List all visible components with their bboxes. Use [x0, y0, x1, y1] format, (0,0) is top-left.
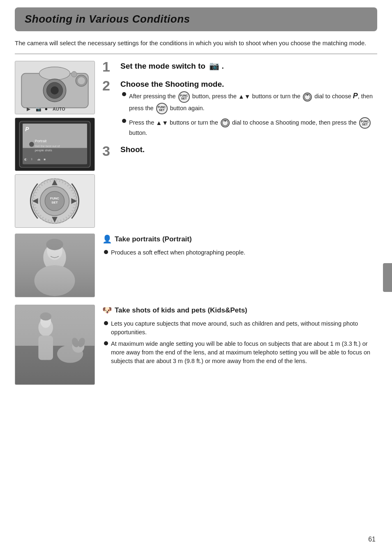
func-btn-inline-2: FUNCSET [156, 103, 168, 114]
step-1-block: 1 Set the mode switch to 📷 . [102, 61, 377, 74]
svg-text:●: ● [44, 106, 48, 112]
kids-pets-section: 🐶 Take shots of kids and pets (Kids&Pets… [15, 305, 377, 385]
kids-pets-title: 🐶 Take shots of kids and pets (Kids&Pets… [102, 305, 377, 316]
svg-point-6 [78, 77, 85, 85]
portrait-bullet-1: Produces a soft effect when photographin… [104, 248, 377, 257]
step-1-number: 1 [102, 59, 118, 74]
kids-pets-image [15, 305, 95, 385]
bullet-dot [104, 250, 108, 254]
step-1-content: Set the mode switch to 📷 . [120, 61, 377, 73]
step-2-number: 2 [102, 78, 118, 93]
camera-image-step1: ▶ 📷 ● AUTO [15, 61, 95, 114]
step-3-block: 3 Shoot. [102, 145, 377, 159]
portrait-section: 👤 Take portraits (Portrait) Produces a s… [15, 234, 377, 297]
camera-image-step3: FUNC SET [15, 174, 95, 228]
svg-text:⚕: ⚕ [31, 158, 32, 162]
svg-text:people shots: people shots [35, 148, 52, 152]
kids-pets-bullet-1-text: Lets you capture subjects that move arou… [111, 319, 377, 337]
right-tab [383, 263, 392, 292]
portrait-content: 👤 Take portraits (Portrait) Produces a s… [102, 234, 377, 260]
portrait-bullet-1-text: Produces a soft effect when photographin… [111, 248, 245, 257]
svg-point-7 [71, 72, 77, 77]
bullet-dot-2 [104, 341, 108, 345]
kids-pets-bullet-1: Lets you capture subjects that move arou… [104, 319, 377, 337]
dial-icon-inline-2 [221, 118, 230, 127]
portrait-title-text: Take portraits (Portrait) [115, 234, 192, 245]
step-2-bullet-2-text: Press the ▲▼ buttons or turn the dial to… [129, 117, 377, 137]
svg-point-38 [224, 120, 226, 122]
portrait-icon: 👤 [102, 234, 112, 245]
svg-text:📷: 📷 [36, 106, 42, 112]
page-number: 61 [368, 534, 376, 544]
svg-text:SET: SET [51, 201, 58, 204]
step-1-title: Set the mode switch to 📷 . [120, 61, 377, 71]
images-column: ▶ 📷 ● AUTO P [15, 61, 95, 228]
svg-text:AUTO: AUTO [53, 106, 65, 111]
kids-pets-bullet-2: At maximum wide angle setting you will b… [104, 340, 377, 366]
svg-text:⛰: ⛰ [37, 158, 41, 162]
period: . [221, 62, 224, 70]
svg-text:Portrait: Portrait [35, 139, 47, 143]
func-btn-inline-3: FUNCSET [359, 117, 371, 129]
svg-point-36 [307, 94, 308, 96]
kids-pets-bullets: Lets you capture subjects that move arou… [104, 319, 377, 366]
divider [15, 53, 377, 54]
svg-point-17 [29, 142, 34, 147]
bullet-dot [122, 92, 126, 96]
kids-pets-title-text: Take shots of kids and pets (Kids&Pets) [115, 305, 247, 316]
arrows-updown-2: ▲▼ [156, 119, 168, 126]
svg-text:◐: ◐ [24, 158, 27, 162]
svg-text:Get the best out of: Get the best out of [35, 144, 60, 148]
svg-rect-56 [15, 305, 95, 384]
step-2-bullet-1-text: After pressing the FUNCSET button, press… [129, 90, 377, 114]
arrows-updown: ▲▼ [238, 93, 251, 100]
svg-point-1 [39, 67, 70, 80]
step-2-bullet-2: Press the ▲▼ buttons or turn the dial to… [122, 117, 377, 137]
portrait-image [15, 234, 95, 297]
kids-pets-icon: 🐶 [102, 305, 112, 316]
page: Shooting in Various Conditions The camer… [0, 0, 392, 553]
portrait-bullets: Produces a soft effect when photographin… [104, 248, 377, 257]
p-mode-letter: P [353, 92, 358, 100]
steps-column: 1 Set the mode switch to 📷 . 2 Choose th… [102, 61, 377, 164]
dial-icon-inline [303, 93, 312, 102]
step-3-content: Shoot. [120, 145, 377, 156]
svg-rect-15 [23, 148, 87, 164]
step-3-title: Shoot. [120, 145, 377, 155]
camera-icon: 📷 [209, 61, 219, 70]
kids-pets-bullet-2-text: At maximum wide angle setting you will b… [111, 340, 377, 366]
step-2-block: 2 Choose the Shooting mode. After pressi… [102, 80, 377, 140]
intro-text: The camera will select the necessary set… [15, 39, 377, 48]
svg-text:P: P [25, 126, 29, 132]
bullet-dot-2 [122, 119, 126, 123]
step-1-title-text: Set the mode switch to [120, 62, 205, 70]
page-title: Shooting in Various Conditions [25, 12, 367, 27]
camera-image-step2: P Portrait Get the best out of people sh… [15, 118, 95, 171]
step-2-bullets: After pressing the FUNCSET button, press… [122, 90, 377, 137]
title-bar: Shooting in Various Conditions [15, 7, 377, 31]
svg-text:FUNC: FUNC [50, 197, 59, 200]
svg-point-4 [51, 86, 59, 95]
func-btn-inline: FUNCSET [178, 91, 190, 103]
portrait-title: 👤 Take portraits (Portrait) [102, 234, 377, 245]
bullet-dot [104, 321, 108, 325]
step-2-content: Choose the Shooting mode. After pressing… [120, 80, 377, 140]
step-3-number: 3 [102, 143, 118, 159]
step-2-title: Choose the Shooting mode. [120, 80, 377, 89]
svg-text:■: ■ [44, 158, 46, 162]
step-2-bullet-1: After pressing the FUNCSET button, press… [122, 90, 377, 114]
svg-rect-44 [15, 234, 95, 297]
kids-pets-content: 🐶 Take shots of kids and pets (Kids&Pets… [102, 305, 377, 368]
